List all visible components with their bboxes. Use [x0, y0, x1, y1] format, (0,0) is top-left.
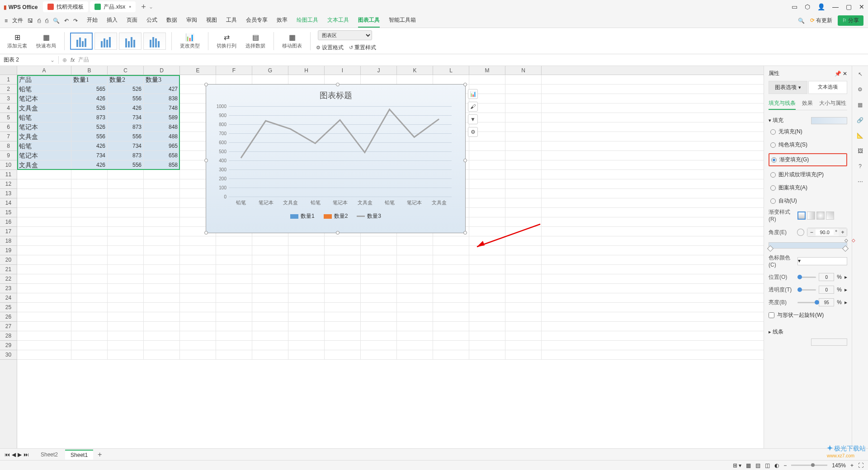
menu-tab-0[interactable]: 开始: [87, 14, 98, 28]
row-header[interactable]: 3: [0, 94, 17, 103]
cell[interactable]: [216, 75, 252, 84]
cell[interactable]: [397, 75, 433, 84]
add-stop-icon[interactable]: ◇: [844, 238, 848, 243]
cell[interactable]: [361, 303, 397, 312]
cell[interactable]: [71, 293, 108, 302]
cell[interactable]: 658: [144, 151, 180, 160]
cell[interactable]: [505, 350, 542, 359]
cell[interactable]: [252, 341, 288, 350]
theme-icon[interactable]: ◐: [774, 462, 779, 469]
cell[interactable]: 589: [144, 113, 180, 122]
cell[interactable]: 铅笔: [17, 85, 71, 94]
cell[interactable]: [71, 274, 108, 283]
cell[interactable]: [469, 331, 505, 340]
cell[interactable]: [361, 341, 397, 350]
cell[interactable]: [288, 293, 325, 302]
row-header[interactable]: 11: [0, 170, 17, 179]
cell[interactable]: [469, 255, 505, 264]
cell[interactable]: [144, 179, 180, 188]
cell[interactable]: [397, 246, 433, 255]
preview-icon[interactable]: 🔍: [53, 18, 60, 24]
row-header[interactable]: 1: [0, 75, 17, 85]
cell[interactable]: [397, 331, 433, 340]
cell[interactable]: [216, 331, 252, 340]
cell[interactable]: [361, 331, 397, 340]
cell[interactable]: 笔记本: [17, 122, 71, 132]
col-header[interactable]: K: [397, 66, 433, 75]
row-header[interactable]: 26: [0, 312, 17, 322]
cell[interactable]: [469, 303, 505, 312]
cell[interactable]: [433, 246, 469, 255]
cell[interactable]: [71, 341, 108, 350]
cell[interactable]: [108, 179, 144, 188]
cell[interactable]: [216, 322, 252, 331]
cell[interactable]: [180, 350, 216, 359]
cell[interactable]: [108, 246, 144, 255]
cell[interactable]: 426: [71, 94, 108, 103]
sheet-tab-2[interactable]: Sheet2: [35, 450, 63, 459]
chart-options-tab[interactable]: 图表选项 ▾: [769, 81, 807, 94]
cell[interactable]: [71, 236, 108, 245]
position-slider[interactable]: [797, 277, 816, 278]
menu-tab-11[interactable]: 文本工具: [327, 14, 349, 28]
gradient-bar[interactable]: [769, 242, 847, 249]
cell[interactable]: [144, 312, 180, 321]
cell[interactable]: [144, 246, 180, 255]
tab-add-button[interactable]: +: [141, 2, 146, 12]
menu-tab-13[interactable]: 智能工具箱: [389, 14, 416, 28]
cell[interactable]: [216, 246, 252, 255]
chart-elements-button[interactable]: 📊: [468, 89, 478, 99]
file-menu[interactable]: 文件: [12, 17, 23, 24]
cell[interactable]: [17, 227, 71, 236]
cell[interactable]: [505, 170, 542, 179]
cell[interactable]: [288, 255, 325, 264]
cell[interactable]: [469, 189, 505, 198]
chart-title[interactable]: 图表标题: [206, 85, 465, 106]
cell[interactable]: 873: [108, 151, 144, 160]
cell[interactable]: [288, 322, 325, 331]
cell[interactable]: [17, 350, 71, 359]
cell[interactable]: 数量1: [71, 75, 108, 84]
sheet-last-icon[interactable]: ⏭: [24, 451, 29, 458]
cell[interactable]: [108, 293, 144, 302]
cell[interactable]: [71, 350, 108, 359]
cell[interactable]: 426: [108, 103, 144, 113]
cell[interactable]: [469, 293, 505, 302]
cell[interactable]: [144, 217, 180, 226]
row-header[interactable]: 20: [0, 255, 17, 265]
cell[interactable]: [252, 265, 288, 274]
cell[interactable]: [469, 141, 505, 150]
cell[interactable]: [397, 265, 433, 274]
cell[interactable]: [288, 312, 325, 321]
menu-tab-1[interactable]: 插入: [107, 14, 118, 28]
cell[interactable]: [469, 274, 505, 283]
cell[interactable]: [180, 274, 216, 283]
cell[interactable]: [505, 217, 542, 226]
cell[interactable]: [17, 198, 71, 207]
cell[interactable]: [505, 103, 542, 113]
cell[interactable]: [216, 341, 252, 350]
menu-tab-2[interactable]: 页面: [127, 14, 137, 28]
cell[interactable]: [108, 208, 144, 217]
cell[interactable]: [505, 227, 542, 236]
cell[interactable]: [469, 160, 505, 169]
cell[interactable]: [144, 255, 180, 264]
cell[interactable]: [505, 132, 542, 141]
cell[interactable]: [469, 208, 505, 217]
cell[interactable]: 748: [144, 103, 180, 113]
col-header[interactable]: B: [71, 66, 108, 75]
cell[interactable]: [17, 322, 71, 331]
menu-tab-4[interactable]: 数据: [166, 14, 177, 28]
cell[interactable]: [361, 274, 397, 283]
cell[interactable]: [17, 170, 71, 179]
cell[interactable]: 556: [108, 94, 144, 103]
cell[interactable]: [144, 227, 180, 236]
export-icon[interactable]: ⎙: [38, 18, 41, 24]
row-header[interactable]: 10: [0, 160, 17, 170]
col-header[interactable]: M: [469, 66, 505, 75]
menu-tab-5[interactable]: 审阅: [186, 14, 197, 28]
cell[interactable]: [505, 122, 542, 132]
cell[interactable]: [17, 274, 71, 283]
menu-tab-3[interactable]: 公式: [146, 14, 157, 28]
cell[interactable]: [216, 255, 252, 264]
